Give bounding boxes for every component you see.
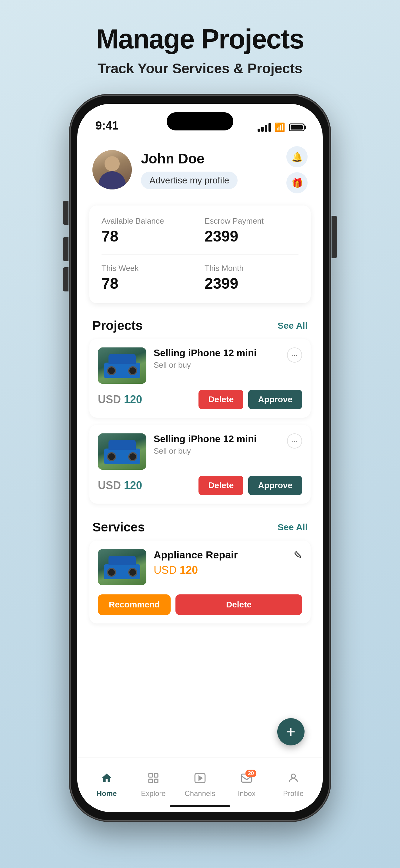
- home-icon: [101, 772, 113, 787]
- edit-button[interactable]: ✎: [294, 549, 302, 561]
- gift-button[interactable]: 🎁: [286, 172, 308, 193]
- nav-profile[interactable]: Profile: [270, 772, 317, 798]
- projects-header: Projects See All: [77, 309, 323, 339]
- delete-button-2[interactable]: Delete: [199, 476, 243, 495]
- wifi-icon: 📶: [275, 122, 285, 132]
- month-section: This Month 2399: [204, 264, 298, 292]
- balance-grid: Available Balance 78 Escrow Payment 2399…: [102, 216, 298, 292]
- project-buttons: Delete Approve: [199, 390, 302, 409]
- svg-rect-2: [149, 779, 152, 783]
- balance-divider: [102, 254, 298, 254]
- car-image-2: [98, 433, 146, 470]
- car-wheel-right: [128, 366, 137, 375]
- project-details-2: Selling iPhone 12 mini Sell or buy: [154, 433, 287, 461]
- week-value: 78: [102, 275, 196, 292]
- approve-button-2[interactable]: Approve: [248, 476, 302, 495]
- delete-button[interactable]: Delete: [199, 390, 243, 409]
- recommend-button[interactable]: Recommend: [98, 594, 171, 615]
- project-subtitle: Sell or buy: [154, 361, 287, 370]
- service-car-image: [98, 549, 146, 585]
- project-subtitle-2: Sell or buy: [154, 446, 287, 456]
- page-wrapper: Manage Projects Track Your Services & Pr…: [0, 0, 400, 821]
- services-see-all[interactable]: See All: [278, 522, 308, 532]
- projects-see-all[interactable]: See All: [278, 320, 308, 331]
- service-price: USD 120: [154, 564, 294, 577]
- page-header: Manage Projects Track Your Services & Pr…: [96, 0, 304, 76]
- project-card-2: Selling iPhone 12 mini Sell or buy ··· U…: [89, 425, 311, 504]
- service-top-row: Appliance Repair USD 120 ✎: [98, 549, 302, 591]
- profile-actions: 🔔 🎁: [286, 146, 308, 193]
- nav-inbox[interactable]: 20 Inbox: [223, 772, 270, 798]
- plus-icon: +: [286, 723, 295, 741]
- price-amount-2: 120: [124, 479, 142, 492]
- project-more-button[interactable]: ···: [287, 347, 302, 363]
- month-value: 2399: [204, 275, 298, 292]
- phone-shell: 9:41 📶: [70, 95, 330, 821]
- service-image: [98, 549, 146, 585]
- advertise-button[interactable]: Advertise my profile: [141, 172, 237, 189]
- project-card: Selling iPhone 12 mini Sell or buy ··· U…: [89, 339, 311, 417]
- avatar: [92, 150, 132, 189]
- available-label: Available Balance: [102, 216, 196, 226]
- service-price-amount: 120: [180, 564, 198, 576]
- project-price-2: USD 120: [98, 479, 142, 492]
- project-details: Selling iPhone 12 mini Sell or buy: [154, 347, 287, 375]
- notification-button[interactable]: 🔔: [286, 146, 308, 167]
- projects-title: Projects: [92, 318, 143, 333]
- service-price-usd: USD: [154, 564, 180, 576]
- service-buttons: Recommend Delete: [98, 594, 302, 615]
- project-actions-2: USD 120 Delete Approve: [98, 476, 302, 495]
- fab-button[interactable]: +: [277, 718, 305, 745]
- signal-icon: [258, 123, 271, 132]
- project-buttons-2: Delete Approve: [199, 476, 302, 495]
- page-title: Manage Projects: [96, 24, 304, 54]
- week-section: This Week 78: [102, 264, 196, 292]
- profile-section: John Doe Advertise my profile 🔔 🎁: [77, 137, 323, 199]
- services-title: Services: [92, 520, 145, 534]
- project-image-2: [98, 433, 146, 470]
- car-body-2: [104, 448, 140, 464]
- service-details: Appliance Repair USD 120: [154, 549, 294, 585]
- nav-channels[interactable]: Channels: [177, 772, 223, 798]
- balance-card: Available Balance 78 Escrow Payment 2399…: [89, 206, 311, 303]
- nav-inbox-label: Inbox: [238, 789, 256, 798]
- svg-rect-0: [149, 774, 152, 777]
- week-label: This Week: [102, 264, 196, 273]
- car-image: [98, 347, 146, 384]
- inbox-badge-container: 20: [240, 772, 253, 787]
- car-wheel-left-2: [107, 452, 116, 461]
- inbox-badge: 20: [246, 770, 256, 777]
- service-car-wheel-right: [128, 568, 137, 577]
- service-car-body: [104, 564, 140, 579]
- service-delete-button[interactable]: Delete: [175, 594, 302, 615]
- dynamic-island: [167, 112, 233, 130]
- project-more-button-2[interactable]: ···: [287, 433, 302, 448]
- explore-icon: [147, 772, 160, 787]
- phone-screen: 9:41 📶: [77, 104, 323, 812]
- project-image: [98, 347, 146, 384]
- status-icons: 📶: [258, 122, 305, 132]
- approve-button[interactable]: Approve: [248, 390, 302, 409]
- channels-icon: [194, 772, 206, 787]
- svg-rect-3: [154, 779, 158, 783]
- price-usd-label: USD: [98, 393, 124, 406]
- page-subtitle: Track Your Services & Projects: [96, 60, 304, 76]
- nav-home[interactable]: Home: [83, 772, 130, 798]
- svg-point-6: [291, 774, 295, 778]
- battery-icon: [289, 123, 305, 131]
- project-actions: USD 120 Delete Approve: [98, 390, 302, 409]
- project-title: Selling iPhone 12 mini: [154, 347, 287, 359]
- escrow-label: Escrow Payment: [204, 216, 298, 226]
- car-body: [104, 363, 140, 378]
- nav-home-label: Home: [97, 789, 117, 798]
- more-dots-icon-2: ···: [292, 437, 297, 445]
- more-dots-icon: ···: [292, 351, 297, 359]
- nav-channels-label: Channels: [184, 789, 215, 798]
- price-amount: 120: [124, 393, 142, 406]
- nav-explore[interactable]: Explore: [130, 772, 177, 798]
- month-label: This Month: [204, 264, 298, 273]
- edit-icon: ✎: [294, 549, 302, 561]
- screen-content[interactable]: John Doe Advertise my profile 🔔 🎁: [77, 137, 323, 757]
- services-header: Services See All: [77, 511, 323, 540]
- service-top: Appliance Repair USD 120: [98, 549, 294, 585]
